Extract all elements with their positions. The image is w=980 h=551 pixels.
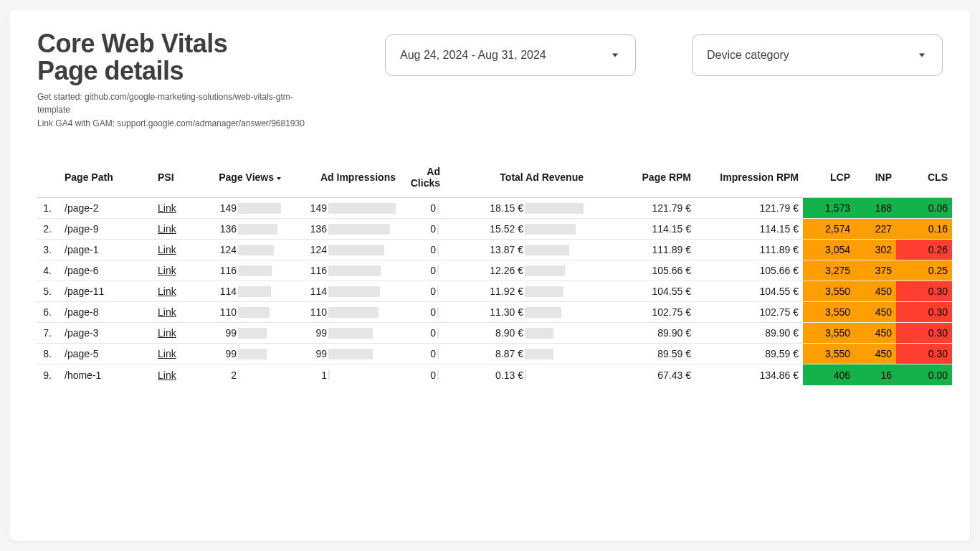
cell-total-ad-revenue: 11.30 €: [444, 302, 588, 323]
psi-link[interactable]: Link: [158, 369, 176, 381]
col-index: [37, 161, 60, 198]
cell-page-rpm: 121.79 €: [588, 198, 695, 219]
subheading: Get started: github.com/google-marketing…: [37, 90, 317, 131]
col-ad-impressions[interactable]: Ad Impressions: [285, 161, 400, 198]
col-inp[interactable]: INP: [855, 161, 896, 198]
cell-page-rpm: 89.59 €: [588, 344, 695, 364]
cell-impression-rpm: 134.86 €: [695, 364, 803, 385]
report-card: Core Web Vitals Page details Get started…: [10, 10, 970, 541]
cell-psi: Link: [153, 323, 194, 344]
cell-cls: 0.30: [896, 323, 952, 344]
cell-psi: Link: [153, 344, 194, 364]
col-total-ad-revenue[interactable]: Total Ad Revenue: [444, 161, 588, 198]
cell-total-ad-revenue: 8.87 €: [444, 344, 588, 364]
cell-cls: 0.30: [896, 281, 952, 302]
cell-page-views: 114: [194, 281, 285, 302]
cell-impression-rpm: 121.79 €: [695, 198, 803, 219]
cell-page-path: /page-3: [60, 323, 153, 344]
cell-page-rpm: 104.55 €: [588, 281, 695, 302]
table-row: 1./page-2Link149149018.15 €121.79 €121.7…: [37, 198, 952, 219]
cell-impression-rpm: 89.90 €: [695, 323, 803, 344]
cell-total-ad-revenue: 12.26 €: [444, 260, 588, 281]
cell-page-views: 149: [194, 198, 285, 219]
psi-link[interactable]: Link: [158, 223, 176, 235]
cell-psi: Link: [153, 302, 194, 323]
col-page-path[interactable]: Page Path: [60, 161, 153, 198]
cell-inp: 375: [855, 260, 896, 281]
psi-link[interactable]: Link: [158, 306, 176, 318]
chevron-down-icon: [612, 54, 618, 57]
date-range-dropdown[interactable]: Aug 24, 2024 - Aug 31, 2024: [385, 34, 636, 76]
title-line-1: Core Web Vitals: [37, 29, 227, 58]
col-page-rpm[interactable]: Page RPM: [588, 161, 695, 198]
table-row: 4./page-6Link116116012.26 €105.66 €105.6…: [37, 260, 952, 281]
cell-total-ad-revenue: 13.87 €: [444, 240, 588, 260]
cell-lcp: 3,550: [803, 302, 855, 323]
cell-cls: 0.00: [896, 364, 952, 385]
cell-inp: 450: [855, 302, 896, 323]
psi-link[interactable]: Link: [158, 244, 176, 255]
cell-lcp: 3,275: [803, 260, 855, 281]
cell-lcp: 3,550: [803, 281, 855, 302]
psi-link[interactable]: Link: [158, 202, 176, 214]
cell-page-path: /page-6: [60, 260, 153, 281]
cell-cls: 0.06: [896, 198, 952, 219]
table-row: 7./page-3Link999908.90 €89.90 €89.90 €3,…: [37, 323, 952, 344]
cell-lcp: 3,550: [803, 323, 855, 344]
cell-impression-rpm: 105.66 €: [695, 260, 803, 281]
hint-get-started: Get started: github.com/google-marketing…: [37, 90, 317, 117]
cell-page-views: 116: [194, 260, 285, 281]
psi-link[interactable]: Link: [158, 286, 176, 297]
row-index: 7.: [37, 323, 60, 344]
cell-ad-clicks: 0: [400, 364, 444, 385]
row-index: 2.: [37, 219, 60, 240]
col-page-views[interactable]: Page Views: [194, 161, 285, 198]
cell-page-rpm: 114.15 €: [588, 219, 695, 240]
chevron-down-icon: [919, 54, 925, 57]
device-category-label: Device category: [707, 49, 789, 62]
col-psi[interactable]: PSI: [153, 161, 194, 198]
cell-ad-impressions: 149: [285, 198, 400, 219]
psi-link[interactable]: Link: [158, 265, 176, 276]
cell-ad-impressions: 136: [285, 219, 400, 240]
cell-psi: Link: [153, 260, 194, 281]
col-impression-rpm[interactable]: Impression RPM: [695, 161, 803, 198]
cell-psi: Link: [153, 198, 194, 219]
psi-link[interactable]: Link: [158, 348, 176, 359]
cell-inp: 16: [855, 364, 896, 385]
cell-inp: 450: [855, 281, 896, 302]
cell-page-views: 136: [194, 219, 285, 240]
col-lcp[interactable]: LCP: [803, 161, 855, 198]
cell-page-rpm: 67.43 €: [588, 364, 695, 385]
title-line-2: Page details: [37, 56, 184, 85]
cell-ad-clicks: 0: [400, 198, 444, 219]
device-category-dropdown[interactable]: Device category: [692, 34, 943, 76]
cell-cls: 0.30: [896, 344, 952, 364]
cell-psi: Link: [153, 240, 194, 260]
cell-inp: 227: [855, 219, 896, 240]
cell-lcp: 406: [803, 364, 855, 385]
cell-page-path: /page-2: [60, 198, 153, 219]
col-cls[interactable]: CLS: [896, 161, 952, 198]
title-block: Core Web Vitals Page details Get started…: [37, 30, 317, 130]
psi-link[interactable]: Link: [158, 327, 176, 339]
page-title: Core Web Vitals Page details: [37, 30, 317, 85]
cell-page-path: /page-9: [60, 219, 153, 240]
cell-total-ad-revenue: 0.13 €: [444, 364, 588, 385]
cell-psi: Link: [153, 219, 194, 240]
row-index: 1.: [37, 198, 60, 219]
cell-ad-clicks: 0: [400, 219, 444, 240]
row-index: 3.: [37, 240, 60, 260]
cell-inp: 188: [855, 198, 896, 219]
cell-page-path: /page-1: [60, 240, 153, 260]
table-row: 3./page-1Link124124013.87 €111.89 €111.8…: [37, 240, 952, 260]
cell-inp: 450: [855, 323, 896, 344]
cell-total-ad-revenue: 18.15 €: [444, 198, 588, 219]
cell-ad-impressions: 114: [285, 281, 400, 302]
cell-ad-impressions: 99: [285, 323, 400, 344]
col-ad-clicks[interactable]: Ad Clicks: [400, 161, 444, 198]
cell-page-views: 99: [194, 323, 285, 344]
cell-page-rpm: 89.90 €: [588, 323, 695, 344]
cell-ad-clicks: 0: [400, 260, 444, 281]
cell-page-path: /page-11: [60, 281, 153, 302]
